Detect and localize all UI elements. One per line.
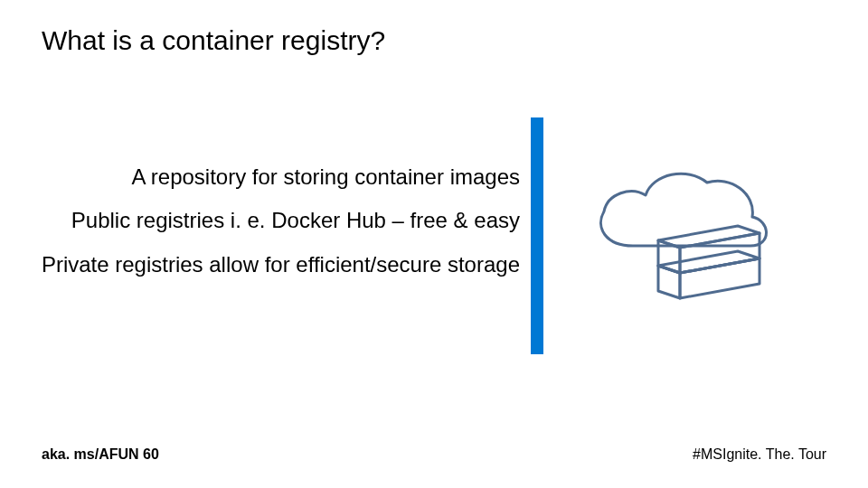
- bullet-item: A repository for storing container image…: [0, 163, 520, 192]
- bullet-item: Public registries i. e. Docker Hub – fre…: [0, 206, 520, 235]
- accent-bar: [531, 117, 543, 354]
- bullet-item: Private registries allow for efficient/s…: [0, 250, 520, 279]
- cloud-registry-icon: [579, 163, 778, 307]
- footer-hashtag: #MSIgnite. The. Tour: [693, 446, 826, 463]
- footer-link: aka. ms/AFUN 60: [42, 446, 159, 463]
- bullet-list: A repository for storing container image…: [0, 163, 520, 294]
- slide: What is a container registry? A reposito…: [0, 0, 868, 488]
- slide-title: What is a container registry?: [42, 25, 385, 56]
